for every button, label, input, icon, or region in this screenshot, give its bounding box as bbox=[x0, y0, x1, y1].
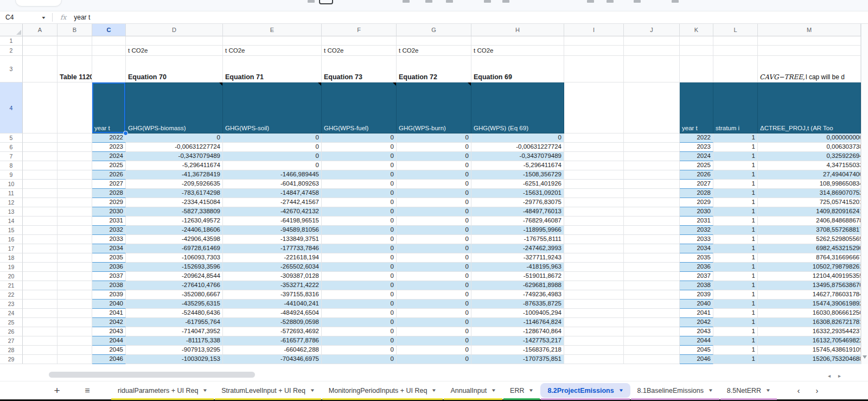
cell-C1[interactable] bbox=[92, 36, 126, 46]
sheet-tab-menu-caret-icon[interactable]: ▼ bbox=[310, 388, 315, 393]
sheet-tab-8[interactable]: 8.5NetERR▼ bbox=[720, 381, 777, 400]
cell-K5[interactable]: 2022 bbox=[680, 133, 713, 143]
cell-I18[interactable] bbox=[564, 253, 624, 263]
cell-M9[interactable]: 27,4940474005 bbox=[758, 170, 861, 180]
cell-C5[interactable]: 2022 bbox=[92, 133, 126, 143]
cell-I12[interactable] bbox=[564, 198, 624, 207]
cell-C9[interactable]: 2026 bbox=[92, 170, 126, 180]
sheet-tab-7[interactable]: 8.1BaselineEmissions▼ bbox=[630, 381, 720, 400]
cell-A20[interactable] bbox=[23, 272, 58, 281]
row-header-21[interactable]: 21 bbox=[0, 281, 23, 290]
cell-M26[interactable]: 16332,2935442373 bbox=[758, 327, 861, 336]
cell-I6[interactable] bbox=[564, 143, 624, 152]
cell-I9[interactable] bbox=[564, 170, 624, 180]
cell-H25[interactable]: -1146764,824 bbox=[471, 318, 564, 327]
borders-icon[interactable] bbox=[319, 0, 333, 4]
cell-C21[interactable]: 2038 bbox=[92, 281, 126, 290]
toolbar-icon-fragment[interactable] bbox=[308, 0, 315, 3]
cell-B23[interactable] bbox=[58, 300, 92, 309]
column-header-L[interactable]: L bbox=[713, 24, 758, 36]
cell-C23[interactable]: 2040 bbox=[92, 300, 126, 309]
cell-K8[interactable]: 2025 bbox=[680, 161, 713, 170]
cell-L13[interactable]: 1 bbox=[713, 207, 758, 217]
cell-K26[interactable]: 2043 bbox=[680, 327, 713, 336]
cell-L4[interactable]: stratum i bbox=[713, 82, 758, 133]
cell-G20[interactable]: 0 bbox=[397, 272, 471, 281]
cell-F4[interactable]: GHG(WPS-fuel) bbox=[322, 82, 397, 133]
cell-K14[interactable]: 2031 bbox=[680, 217, 713, 226]
cell-A4[interactable] bbox=[23, 82, 58, 133]
cell-H2[interactable]: t CO2e bbox=[471, 46, 564, 56]
cell-J1[interactable] bbox=[624, 36, 680, 46]
cell-G9[interactable]: 0 bbox=[397, 170, 471, 180]
cell-K23[interactable]: 2040 bbox=[680, 300, 713, 309]
cell-C28[interactable]: 2045 bbox=[92, 346, 126, 355]
cell-A16[interactable] bbox=[23, 235, 58, 244]
cell-E15[interactable]: -94589,81056 bbox=[223, 226, 322, 235]
cell-C19[interactable]: 2036 bbox=[92, 263, 126, 272]
cell-J14[interactable] bbox=[624, 217, 680, 226]
cell-D6[interactable]: -0,00631227724 bbox=[126, 143, 223, 152]
cell-I14[interactable] bbox=[564, 217, 624, 226]
cell-J27[interactable] bbox=[624, 336, 680, 346]
cell-D1[interactable] bbox=[126, 36, 223, 46]
cell-G10[interactable]: 0 bbox=[397, 180, 471, 189]
cell-I20[interactable] bbox=[564, 272, 624, 281]
cell-C10[interactable]: 2027 bbox=[92, 180, 126, 189]
cell-H13[interactable]: -48497,76013 bbox=[471, 207, 564, 217]
cell-G4[interactable]: GHG(WPS-burn) bbox=[397, 82, 471, 133]
cell-L7[interactable]: 1 bbox=[713, 152, 758, 161]
row-header-12[interactable]: 12 bbox=[0, 198, 23, 207]
cell-M8[interactable]: 4,3471550335 bbox=[758, 161, 861, 170]
row-header-8[interactable]: 8 bbox=[0, 161, 23, 170]
cell-A1[interactable] bbox=[23, 36, 58, 46]
toolbar-icon-fragment[interactable] bbox=[672, 0, 679, 3]
cell-L19[interactable]: 1 bbox=[713, 263, 758, 272]
cell-J28[interactable] bbox=[624, 346, 680, 355]
cell-A23[interactable] bbox=[23, 300, 58, 309]
cell-D8[interactable]: -5,296411674 bbox=[126, 161, 223, 170]
cell-C27[interactable]: 2044 bbox=[92, 336, 126, 346]
cell-H1[interactable] bbox=[471, 36, 564, 46]
cell-H11[interactable]: -15631,09201 bbox=[471, 189, 564, 198]
cell-J17[interactable] bbox=[624, 244, 680, 253]
cell-A18[interactable] bbox=[23, 253, 58, 263]
cell-K29[interactable]: 2046 bbox=[680, 355, 713, 364]
row-header-24[interactable]: 24 bbox=[0, 309, 23, 318]
scroll-down-icon[interactable] bbox=[863, 355, 867, 359]
cell-G28[interactable]: 0 bbox=[397, 346, 471, 355]
column-header-F[interactable]: F bbox=[322, 24, 397, 36]
cell-A28[interactable] bbox=[23, 346, 58, 355]
cell-I4[interactable] bbox=[564, 82, 624, 133]
cell-A25[interactable] bbox=[23, 318, 58, 327]
toolbar-icon-fragment[interactable] bbox=[607, 0, 614, 3]
cell-E7[interactable]: 0 bbox=[223, 152, 322, 161]
cell-H17[interactable]: -247462,3993 bbox=[471, 244, 564, 253]
cell-J13[interactable] bbox=[624, 207, 680, 217]
cell-I27[interactable] bbox=[564, 336, 624, 346]
cell-A2[interactable] bbox=[23, 46, 58, 56]
cell-A10[interactable] bbox=[23, 180, 58, 189]
cell-F23[interactable]: 0 bbox=[322, 300, 397, 309]
cell-D21[interactable]: -276410,4766 bbox=[126, 281, 223, 290]
cell-M14[interactable]: 2406,8486886785 bbox=[758, 217, 861, 226]
cell-C24[interactable]: 2041 bbox=[92, 309, 126, 318]
cell-I17[interactable] bbox=[564, 244, 624, 253]
cell-B2[interactable] bbox=[58, 46, 92, 56]
cell-I22[interactable] bbox=[564, 290, 624, 300]
cell-C3[interactable] bbox=[92, 56, 126, 82]
cell-H14[interactable]: -76829,46087 bbox=[471, 217, 564, 226]
row-header-2[interactable]: 2 bbox=[0, 46, 23, 56]
cell-B29[interactable] bbox=[58, 355, 92, 364]
column-header-M[interactable]: M bbox=[758, 24, 861, 36]
cell-C12[interactable]: 2029 bbox=[92, 198, 126, 207]
cell-J8[interactable] bbox=[624, 161, 680, 170]
cell-E19[interactable]: -265502,6034 bbox=[223, 263, 322, 272]
cell-B16[interactable] bbox=[58, 235, 92, 244]
cell-D27[interactable]: -811175,338 bbox=[126, 336, 223, 346]
cell-A17[interactable] bbox=[23, 244, 58, 253]
cell-I7[interactable] bbox=[564, 152, 624, 161]
cell-E28[interactable]: -660462,288 bbox=[223, 346, 322, 355]
cell-B7[interactable] bbox=[58, 152, 92, 161]
cell-F21[interactable]: 0 bbox=[322, 281, 397, 290]
